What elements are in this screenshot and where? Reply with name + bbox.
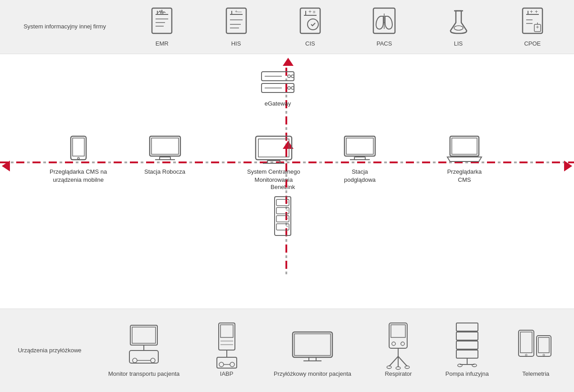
benelink-node: BeneLink bbox=[271, 183, 295, 236]
svg-point-19 bbox=[308, 19, 318, 30]
egateway-node: eGateway bbox=[259, 70, 296, 108]
top-item-pacs: PACS bbox=[366, 7, 402, 47]
arrow-right-icon bbox=[564, 161, 572, 171]
iabp-label: IABP bbox=[220, 370, 234, 378]
svg-text:+: + bbox=[535, 9, 538, 15]
his-icon: + — bbox=[222, 7, 251, 38]
przylozkowy-monitor-item: Przyłóżkowy monitor pacjenta bbox=[274, 323, 351, 378]
svg-rect-58 bbox=[152, 138, 179, 154]
svg-text:—: — bbox=[237, 9, 242, 14]
iabp-item: IABP bbox=[207, 323, 247, 378]
svg-text:+: + bbox=[308, 9, 312, 15]
przegladarka-mobile-node: Przeglądarka CMS naurządzenia mobilne bbox=[50, 134, 107, 184]
svg-point-83 bbox=[219, 362, 224, 367]
svg-rect-69 bbox=[452, 138, 477, 154]
svg-line-97 bbox=[398, 356, 407, 366]
svg-rect-50 bbox=[276, 208, 289, 214]
svg-rect-57 bbox=[150, 136, 180, 156]
arrow-left-icon bbox=[2, 161, 10, 171]
svg-point-93 bbox=[401, 342, 404, 346]
bottom-band: Urządzenia przyłóżkowe Monitor transport… bbox=[0, 309, 574, 392]
benelink-label: BeneLink bbox=[271, 183, 295, 191]
respirator-icon bbox=[382, 323, 414, 369]
cpoe-icon: + + bbox=[518, 7, 547, 38]
telemetria-icon bbox=[519, 323, 552, 369]
pompa-infuzyjna-icon bbox=[451, 323, 483, 369]
pacs-label: PACS bbox=[377, 40, 392, 47]
svg-rect-51 bbox=[276, 216, 289, 222]
svg-rect-110 bbox=[520, 332, 532, 353]
monitor-transport-item: Monitor transportu pacjenta bbox=[108, 323, 179, 378]
svg-rect-71 bbox=[132, 327, 156, 343]
stacja-podgladowa-label: Stacjapodglądowa bbox=[344, 168, 376, 184]
benelink-icon bbox=[273, 196, 293, 236]
przegladarka-cms-icon bbox=[446, 134, 482, 165]
stacja-podgladowa-icon bbox=[343, 134, 377, 165]
svg-rect-65 bbox=[346, 138, 373, 154]
svg-rect-68 bbox=[450, 136, 479, 156]
svg-rect-78 bbox=[220, 325, 233, 337]
emr-label: EMR bbox=[156, 40, 169, 47]
pacs-icon bbox=[370, 7, 399, 38]
svg-point-63 bbox=[78, 157, 79, 159]
svg-point-111 bbox=[525, 354, 527, 356]
svg-rect-102 bbox=[456, 332, 478, 340]
svg-rect-64 bbox=[344, 136, 375, 156]
top-item-cis: + ≡ CIS bbox=[292, 7, 328, 47]
stacja-podgladowa-node: Stacjapodglądowa bbox=[343, 134, 377, 184]
svg-rect-91 bbox=[391, 325, 405, 337]
monitor-transport-icon bbox=[128, 323, 160, 369]
svg-text:+: + bbox=[530, 9, 533, 15]
svg-point-38 bbox=[288, 75, 290, 78]
svg-point-114 bbox=[543, 354, 545, 356]
svg-rect-101 bbox=[456, 323, 478, 331]
stacja-robocza-node: Stacja Robocza bbox=[144, 134, 185, 176]
svg-rect-70 bbox=[130, 325, 157, 345]
stacja-robocza-icon bbox=[148, 134, 182, 165]
arrow-up-top-icon bbox=[283, 58, 294, 66]
top-item-his: + — HIS bbox=[218, 7, 254, 47]
telemetria-label: Telemetria bbox=[522, 370, 549, 378]
cis-label: CIS bbox=[305, 40, 315, 47]
przylozkowy-monitor-label: Przyłóżkowy monitor pacjenta bbox=[274, 370, 351, 378]
svg-rect-49 bbox=[276, 199, 289, 206]
svg-point-92 bbox=[392, 342, 395, 346]
pompa-infuzyjna-label: Pompa infuzyjna bbox=[445, 370, 489, 378]
svg-rect-87 bbox=[294, 334, 331, 355]
system-info-label: System informacyjny innej firmy bbox=[23, 23, 106, 31]
svg-text:≡: ≡ bbox=[313, 9, 316, 14]
top-item-cpoe: + + CPOE bbox=[514, 7, 551, 47]
cis-icon: + ≡ bbox=[296, 7, 325, 38]
svg-point-40 bbox=[288, 87, 290, 89]
svg-rect-86 bbox=[293, 332, 332, 357]
przylozkowy-monitor-icon bbox=[296, 323, 329, 369]
svg-rect-44 bbox=[256, 136, 292, 160]
cms-label: System CentralnegoMonitorowania bbox=[247, 168, 300, 184]
svg-point-24 bbox=[454, 26, 463, 30]
przegladarka-mobile-label: Przeglądarka CMS naurządzenia mobilne bbox=[50, 168, 107, 184]
main-area: eGateway System CentralnegoMonitorowania… bbox=[0, 54, 574, 309]
telemetria-item: Telemetria bbox=[515, 323, 556, 378]
lis-icon bbox=[444, 7, 473, 38]
svg-rect-52 bbox=[276, 224, 289, 230]
svg-rect-104 bbox=[456, 350, 478, 358]
top-item-lis: LIS bbox=[441, 7, 477, 47]
svg-rect-103 bbox=[456, 341, 478, 349]
cms-node: System CentralnegoMonitorowania bbox=[247, 134, 300, 184]
top-band: System informacyjny innej firmy EMR bbox=[0, 0, 574, 54]
urządzenia-label: Urządzenia przyłóżkowe bbox=[18, 347, 82, 355]
svg-rect-48 bbox=[275, 197, 291, 235]
svg-point-74 bbox=[133, 358, 137, 363]
svg-rect-0 bbox=[152, 8, 172, 33]
svg-rect-77 bbox=[219, 323, 235, 350]
stacja-robocza-label: Stacja Robocza bbox=[144, 168, 185, 176]
respirator-label: Respirator bbox=[385, 370, 412, 378]
svg-rect-113 bbox=[538, 337, 549, 353]
devices-section-label-item: Urządzenia przyłóżkowe bbox=[18, 347, 82, 355]
svg-rect-73 bbox=[129, 350, 158, 363]
svg-line-95 bbox=[389, 356, 398, 366]
top-item-emr: EMR bbox=[144, 7, 180, 47]
svg-point-84 bbox=[230, 362, 234, 367]
przegladarka-cms-node: PrzeglądarkaCMS bbox=[446, 134, 482, 184]
respirator-item: Respirator bbox=[378, 323, 418, 378]
